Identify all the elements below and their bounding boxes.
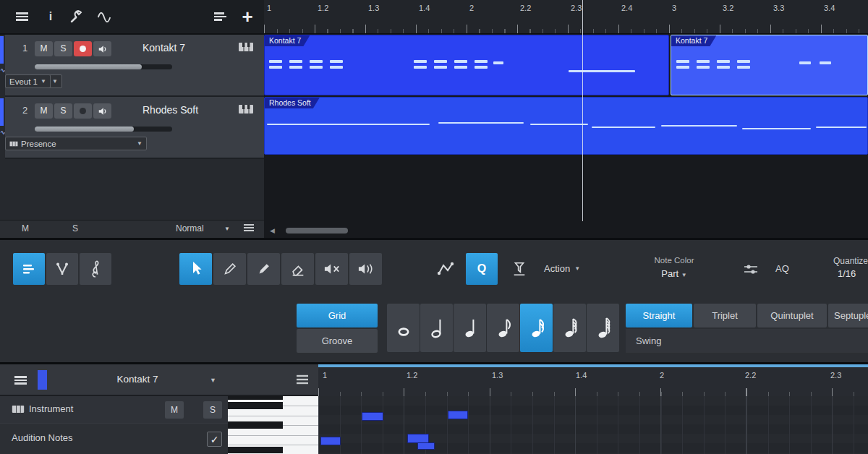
listen-tool-button[interactable]	[349, 253, 382, 285]
midi-note[interactable]	[737, 66, 750, 69]
midi-note[interactable]	[592, 127, 655, 128]
midi-note[interactable]	[267, 124, 430, 125]
drum-editor-view-button[interactable]	[46, 253, 78, 285]
arrow-tool-button[interactable]	[179, 253, 212, 285]
midi-note[interactable]	[434, 60, 447, 63]
black-key[interactable]	[228, 447, 283, 453]
sliders-icon[interactable]	[736, 253, 765, 285]
event-selector[interactable]: Eveut 1▼	[5, 74, 51, 88]
eraser-tool-button[interactable]	[281, 253, 314, 285]
editor-menu-icon[interactable]	[12, 372, 29, 389]
midi-note[interactable]	[362, 412, 383, 421]
quantize-apply-icon[interactable]	[505, 253, 534, 285]
midi-note[interactable]	[417, 442, 435, 450]
timing-straight-button[interactable]: Straight	[626, 304, 692, 327]
midi-note[interactable]	[475, 60, 488, 63]
midi-note[interactable]	[676, 66, 689, 69]
midi-note[interactable]	[661, 125, 737, 127]
info-icon[interactable]: i	[42, 8, 59, 25]
action-menu[interactable]: Action▼	[544, 263, 580, 274]
eighth-note-button[interactable]	[487, 304, 519, 352]
track-name[interactable]: Rhodes Soft	[142, 104, 198, 116]
footer-solo-button[interactable]: S	[72, 223, 78, 234]
editor-list-icon[interactable]	[295, 372, 310, 387]
midi-note[interactable]	[475, 66, 488, 69]
quantize-value-select[interactable]: 1/16	[838, 268, 868, 279]
footer-mute-button[interactable]: M	[22, 223, 29, 234]
midi-note[interactable]	[310, 66, 323, 69]
midi-note[interactable]	[330, 66, 343, 69]
midi-note[interactable]	[717, 60, 730, 63]
piano-roll-ruler[interactable]: 1 1.2 1.3 1.4 2 2.2 2.3	[318, 364, 868, 396]
scrollbar-handle[interactable]	[286, 228, 348, 234]
instrument-keyboard-icon[interactable]	[238, 104, 254, 114]
midi-note[interactable]	[717, 66, 730, 69]
track-row[interactable]: 2 M S Rhodes Soft Presence▼	[5, 97, 264, 159]
midi-note[interactable]	[320, 437, 341, 445]
midi-note[interactable]	[569, 70, 635, 72]
track-list-icon[interactable]	[211, 8, 229, 25]
midi-note[interactable]	[434, 66, 447, 69]
instrument-keyboard-icon[interactable]	[238, 42, 254, 52]
midi-note[interactable]	[414, 66, 427, 69]
groove-mode-button[interactable]: Groove	[297, 329, 378, 353]
swing-control[interactable]: Swing	[626, 329, 868, 353]
sixtyfourth-note-button[interactable]	[587, 304, 619, 352]
track1-automation-icon[interactable]: ∿	[0, 67, 5, 74]
curve-transform-icon[interactable]	[431, 253, 460, 285]
add-track-icon[interactable]: +	[239, 8, 256, 25]
horizontal-scrollbar[interactable]: ◀	[264, 226, 868, 236]
waveform-icon[interactable]	[95, 8, 113, 25]
whole-note-button[interactable]	[387, 304, 420, 352]
midi-note[interactable]	[454, 60, 467, 63]
midi-note[interactable]	[676, 60, 689, 63]
midi-note[interactable]	[269, 66, 282, 69]
timing-septuplet-button[interactable]: Septuplet	[828, 304, 868, 327]
midi-note[interactable]	[737, 60, 750, 63]
monitor-button[interactable]	[93, 41, 111, 56]
piano-keyboard[interactable]	[228, 396, 318, 454]
midi-note[interactable]	[289, 60, 302, 63]
playhead[interactable]	[582, 0, 583, 221]
scroll-left-icon[interactable]: ◀	[270, 227, 275, 234]
midi-note[interactable]	[438, 122, 524, 124]
half-note-button[interactable]	[420, 304, 453, 352]
midi-note[interactable]	[820, 61, 831, 64]
editor-mute-button[interactable]: M	[165, 401, 184, 419]
footer-menu-icon[interactable]	[243, 223, 255, 233]
quantize-button[interactable]: Q	[466, 253, 498, 285]
instrument-selector[interactable]: Presence▼	[5, 137, 147, 150]
solo-button[interactable]: S	[54, 103, 72, 119]
midi-note[interactable]	[697, 60, 710, 63]
note-color-select[interactable]: Part ▼	[624, 268, 725, 279]
chevron-down-icon[interactable]: ▼	[224, 226, 230, 232]
track-name[interactable]: Kontakt 7	[142, 42, 185, 53]
mute-button[interactable]: M	[35, 103, 53, 119]
monitor-button[interactable]	[93, 103, 111, 119]
score-editor-view-button[interactable]	[80, 253, 111, 285]
midi-clip[interactable]: Rhodes Soft	[264, 97, 868, 155]
midi-note[interactable]	[530, 124, 588, 125]
midi-note[interactable]	[310, 60, 323, 63]
mute-tool-button[interactable]	[315, 253, 348, 285]
midi-editor-view-button[interactable]	[13, 253, 45, 285]
black-key[interactable]	[228, 421, 283, 429]
midi-note[interactable]	[799, 61, 811, 64]
paint-tool-button[interactable]	[247, 253, 280, 285]
track-mode-select[interactable]: Normal	[176, 223, 204, 234]
record-arm-button[interactable]	[74, 103, 92, 119]
editor-track-select[interactable]: Kontakt 7	[80, 374, 195, 385]
quarter-note-button[interactable]	[454, 304, 486, 352]
track2-automation-icon[interactable]: ∿	[0, 129, 5, 136]
black-key[interactable]	[228, 396, 283, 400]
midi-note[interactable]	[697, 66, 710, 69]
sixteenth-note-button[interactable]	[520, 304, 553, 352]
midi-note[interactable]	[816, 127, 867, 128]
track-row[interactable]: 1 M S Kontakt 7 Konkt 7▼ Eveut 1▼	[5, 35, 264, 97]
midi-note[interactable]	[448, 411, 468, 419]
timing-quintuplet-button[interactable]: Quintuplet	[757, 304, 827, 327]
timeline-ruler[interactable]: 1 1.2 1.3 1.4 2 2.2 2.3 2.4 3 3.2 3.3 3.…	[264, 0, 868, 34]
volume-slider[interactable]	[35, 127, 172, 132]
midi-note[interactable]	[742, 128, 811, 129]
black-key[interactable]	[228, 402, 283, 409]
